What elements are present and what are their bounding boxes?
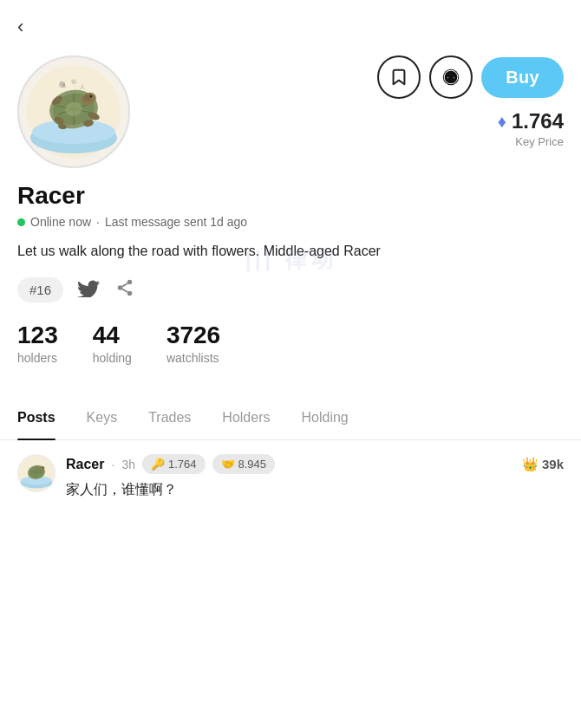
profile-name: Racer	[17, 182, 564, 210]
post-item: Racer · 3h 🔑 1.764 🤝 8.945 👑 39k 家人们，谁懂啊…	[0, 454, 581, 500]
last-message-text: Last message sent 1d ago	[105, 215, 247, 229]
post-author-name: Racer	[66, 457, 104, 472]
post-text: 家人们，谁懂啊？	[66, 479, 564, 500]
svg-line-28	[122, 283, 127, 286]
online-text: Online now	[30, 215, 91, 229]
svg-text:龜: 龜	[59, 81, 66, 88]
share-button[interactable]	[114, 278, 136, 302]
avatar-container: 龜 仙 人	[17, 55, 130, 168]
svg-line-27	[122, 289, 127, 292]
post-avatar-image	[19, 456, 54, 491]
post-content: Racer · 3h 🔑 1.764 🤝 8.945 👑 39k 家人们，谁懂啊…	[66, 454, 564, 500]
svg-point-38	[42, 467, 43, 468]
online-status: Online now · Last message sent 1d ago	[17, 215, 564, 229]
profile-avatar: 龜 仙 人	[17, 55, 130, 168]
watchlists-stat: 3726 watchlists	[166, 322, 220, 365]
twitter-button[interactable]	[77, 278, 100, 302]
crown-icon: 👑	[522, 457, 539, 472]
bookmark-button[interactable]	[377, 55, 421, 99]
post-author-avatar	[17, 454, 55, 492]
svg-text:人: 人	[80, 84, 85, 89]
price-section: ♦ 1.764 Key Price	[498, 109, 564, 148]
back-button[interactable]: ‹	[0, 0, 581, 47]
watchlists-value: 3726	[166, 322, 220, 349]
eth-diamond-icon: ♦	[498, 112, 506, 132]
tabs-row: Posts Keys Trades Holders Holding	[0, 396, 581, 440]
holding-value: 44	[93, 322, 132, 349]
tags-row: #16	[17, 277, 564, 302]
key-price-label: Key Price	[515, 135, 564, 148]
tab-keys[interactable]: Keys	[87, 396, 118, 439]
avatar-image: 龜 仙 人	[26, 64, 121, 159]
holders-value: 123	[17, 322, 58, 349]
svg-point-25	[118, 285, 123, 290]
online-indicator	[17, 218, 25, 226]
post-key-badge: 🔑 1.764	[142, 454, 206, 474]
header-actions: Buy ♦ 1.764 Key Price	[147, 55, 564, 148]
post-header: Racer · 3h 🔑 1.764 🤝 8.945 👑 39k	[66, 454, 564, 474]
profile-bio: Let us walk along the road with flowers.…	[17, 241, 564, 262]
action-buttons: Buy	[377, 55, 564, 99]
watchlists-label: watchlists	[166, 351, 220, 365]
back-icon: ‹	[17, 16, 23, 37]
tab-holders[interactable]: Holders	[222, 396, 270, 439]
holding-stat: 44 holding	[93, 322, 132, 365]
svg-text:仙: 仙	[71, 79, 76, 84]
post-time: ·	[111, 458, 114, 471]
svg-point-26	[127, 290, 133, 296]
svg-point-23	[448, 75, 454, 80]
profile-header: 龜 仙 人 Buy	[0, 47, 581, 182]
holders-stat: 123 holders	[17, 322, 58, 365]
bio-container: Let us walk along the road with flowers.…	[17, 241, 564, 277]
holding-label: holding	[93, 351, 132, 365]
message-button[interactable]	[429, 55, 473, 99]
key-price-value: ♦ 1.764	[498, 109, 564, 133]
buy-button[interactable]: Buy	[481, 57, 564, 98]
post-friend-badge: 🤝 8.945	[212, 454, 276, 474]
tab-holding[interactable]: Holding	[302, 396, 349, 439]
post-timestamp: 3h	[121, 458, 135, 471]
svg-point-11	[90, 95, 93, 98]
stats-row: 123 holders 44 holding 3726 watchlists	[17, 322, 564, 365]
post-earnings: 👑 39k	[522, 457, 564, 472]
tab-trades[interactable]: Trades	[148, 396, 191, 439]
svg-point-24	[127, 279, 133, 284]
rank-badge: #16	[17, 277, 63, 302]
tab-posts[interactable]: Posts	[17, 396, 55, 439]
holders-label: holders	[17, 351, 58, 365]
bookmark-icon	[389, 68, 408, 87]
profile-info: Racer Online now · Last message sent 1d …	[0, 182, 581, 396]
message-icon	[441, 68, 460, 87]
